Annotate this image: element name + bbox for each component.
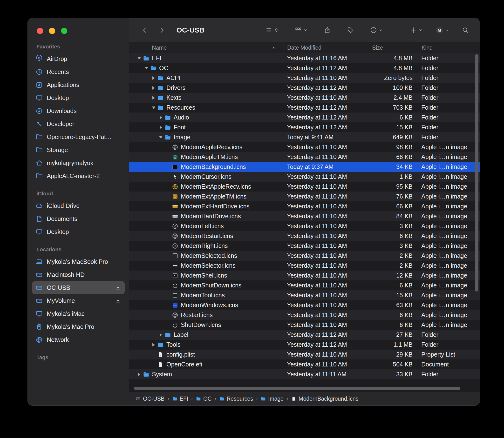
file-row-modernbackground-icns[interactable]: ModernBackground.icnsToday at 9:37 AM34 … — [129, 162, 480, 172]
sidebar-item-applications[interactable]: Applications — [32, 78, 125, 91]
disclosure-spacer — [164, 312, 172, 319]
disclosure-closed-icon[interactable] — [150, 94, 157, 101]
sidebar-item-developer[interactable]: Developer — [32, 117, 125, 130]
file-row-modernappletm-icns[interactable]: ModernAppleTM.icnsYesterday at 11:10 AM6… — [129, 152, 480, 162]
file-row-audio[interactable]: AudioYesterday at 11:12 AM6 KBFolder — [129, 112, 480, 122]
sidebar-sections: FavoritesAirDropRecentsApplicationsDeskt… — [28, 37, 129, 405]
column-header-size[interactable]: Size — [368, 42, 415, 53]
forward-button[interactable] — [159, 26, 165, 34]
sidebar-item-downloads[interactable]: Downloads — [32, 104, 125, 117]
file-row-image[interactable]: ImageToday at 9:41 AM649 KBFolder — [129, 132, 480, 142]
file-kind: Folder — [415, 124, 480, 131]
file-row-shutdown-icns[interactable]: ShutDown.icnsYesterday at 11:10 AM6 KBAp… — [129, 320, 480, 330]
sidebar-item-macintosh-hd[interactable]: Macintosh HD — [32, 268, 125, 281]
breadcrumb-item-oc[interactable]: OC — [196, 396, 212, 402]
file-name: EFI — [152, 55, 161, 62]
disclosure-closed-icon[interactable] — [157, 124, 164, 131]
file-row-resources[interactable]: ResourcesYesterday at 11:12 AM703 KBFold… — [129, 103, 480, 112]
sidebar-item-documents[interactable]: Documents — [32, 212, 125, 225]
sidebar-item-airdrop[interactable]: AirDrop — [32, 52, 125, 65]
column-header-kind[interactable]: Kind — [415, 42, 473, 53]
disclosure-closed-icon[interactable] — [136, 371, 143, 378]
sidebar-item-myvolume[interactable]: MyVolume — [32, 294, 125, 307]
disclosure-open-icon[interactable] — [136, 55, 143, 62]
file-row-restart-icns[interactable]: Restart.icnsYesterday at 11:10 AM6 KBApp… — [129, 310, 480, 320]
file-row-modernextharddrive-icns[interactable]: ModernExtHardDrive.icnsYesterday at 11:1… — [129, 201, 480, 211]
disclosure-open-icon[interactable] — [157, 134, 164, 141]
breadcrumb-item-image[interactable]: Image — [261, 396, 284, 402]
close-button[interactable] — [37, 28, 43, 34]
zoom-button[interactable] — [61, 28, 67, 34]
file-row-moderncursor-icns[interactable]: ModernCursor.icnsYesterday at 11:10 AM1 … — [129, 172, 480, 182]
sidebar-item-applealc-master-2[interactable]: AppleALC-master-2 — [32, 169, 125, 182]
eject-icon[interactable] — [115, 297, 121, 304]
file-row-oc[interactable]: OCYesterday at 11:12 AM4.8 MBFolder — [129, 63, 480, 73]
breadcrumb-item-efi[interactable]: EFI — [172, 396, 188, 402]
sidebar-item-icloud-drive[interactable]: iCloud Drive — [32, 199, 125, 212]
file-row-modernharddrive-icns[interactable]: ModernHardDrive.icnsYesterday at 11:10 A… — [129, 211, 480, 221]
back-button[interactable] — [141, 26, 148, 34]
disclosure-closed-icon[interactable] — [150, 84, 157, 92]
file-row-modernwindows-icns[interactable]: ModernWindows.icnsYesterday at 11:10 AM6… — [129, 300, 480, 310]
sidebar-item-oc-usb[interactable]: OC-USB — [32, 281, 125, 294]
disclosure-closed-icon[interactable] — [157, 331, 164, 339]
minimize-button[interactable] — [49, 28, 55, 34]
file-row-modernapplerecv-icns[interactable]: ModernAppleRecv.icnsYesterday at 11:10 A… — [129, 142, 480, 152]
file-row-font[interactable]: FontYesterday at 11:12 AM15 KBFolder — [129, 122, 480, 132]
group-by-menu[interactable] — [295, 26, 308, 34]
sidebar-item-mykola-s-imac[interactable]: Mykola’s iMac — [32, 307, 125, 320]
file-row-modernextappletm-icns[interactable]: ModernExtAppleTM.icnsYesterday at 11:10 … — [129, 192, 480, 201]
sidebar-item-mykola-s-macbook-pro[interactable]: Mykola’s MacBook Pro — [32, 255, 125, 268]
disclosure-open-icon[interactable] — [150, 104, 157, 111]
eject-icon[interactable] — [115, 285, 121, 291]
file-row-kexts[interactable]: KextsYesterday at 11:10 AM2.4 MBFolder — [129, 93, 480, 103]
account-menu[interactable]: M — [435, 26, 449, 34]
file-row-modernextapplerecv-icns[interactable]: ModernExtAppleRecv.icnsYesterday at 11:1… — [129, 182, 480, 192]
sidebar-item-storage[interactable]: Storage — [32, 143, 125, 156]
sidebar-item-recents[interactable]: Recents — [32, 65, 125, 78]
file-row-efi[interactable]: EFIYesterday at 11:16 AM4.8 MBFolder — [129, 53, 480, 63]
file-row-opencore-efi[interactable]: OpenCore.efiYesterday at 11:10 AM504 KBD… — [129, 360, 480, 369]
sidebar-item-desktop[interactable]: Desktop — [32, 91, 125, 104]
file-row-moderntool-icns[interactable]: ModernTool.icnsYesterday at 11:10 AM15 K… — [129, 290, 480, 300]
file-row-label[interactable]: LabelYesterday at 11:12 AM27 KBFolder — [129, 330, 480, 340]
file-row-system[interactable]: SystemYesterday at 11:11 AM33 KBFolder — [129, 369, 480, 379]
disclosure-spacer — [164, 143, 172, 151]
file-row-modernrestart-icns[interactable]: ModernRestart.icnsYesterday at 11:10 AM6… — [129, 231, 480, 241]
horizontal-scrollbar[interactable] — [134, 387, 460, 390]
disclosure-closed-icon[interactable] — [150, 75, 157, 82]
file-row-acpi[interactable]: ACPIYesterday at 11:10 AMZero bytesFolde… — [129, 73, 480, 83]
view-switcher[interactable] — [265, 26, 279, 34]
add-menu[interactable] — [410, 26, 423, 34]
file-size: 6 KB — [368, 282, 415, 289]
vertical-scrollbar[interactable] — [475, 54, 479, 292]
disclosure-closed-icon[interactable] — [150, 341, 157, 348]
disclosure-spacer — [164, 163, 172, 171]
breadcrumb-item-oc-usb[interactable]: OC-USB — [136, 396, 164, 402]
search-button[interactable] — [462, 26, 469, 34]
file-row-modernselector-icns[interactable]: ModernSelector.icnsYesterday at 11:10 AM… — [129, 261, 480, 271]
sidebar-item-mykola-s-mac-pro[interactable]: Mykola’s Mac Pro — [32, 320, 125, 333]
file-row-config-plist[interactable]: config.plistYesterday at 11:10 AM29 KBPr… — [129, 350, 480, 360]
file-row-modernshutdown-icns[interactable]: ModernShutDown.icnsYesterday at 11:10 AM… — [129, 280, 480, 290]
file-row-modernright-icns[interactable]: ModernRight.icnsYesterday at 11:10 AM3 K… — [129, 241, 480, 251]
sidebar-item-desktop[interactable]: Desktop — [32, 225, 125, 238]
file-row-modernselected-icns[interactable]: ModernSelected.icnsYesterday at 11:10 AM… — [129, 251, 480, 261]
file-row-modernleft-icns[interactable]: ModernLeft.icnsYesterday at 11:10 AM3 KB… — [129, 221, 480, 231]
sidebar-item-network[interactable]: Network — [32, 333, 125, 346]
sidebar-item-opencore-legacy-pat[interactable]: Opencore-Legacy-Pat… — [32, 130, 125, 143]
sidebar-item-mykolagrymalyuk[interactable]: mykolagrymalyuk — [32, 156, 125, 169]
file-row-modernshell-icns[interactable]: ModernShell.icnsYesterday at 11:10 AM12 … — [129, 271, 480, 280]
column-header-date-modified[interactable]: Date Modified — [284, 42, 368, 53]
breadcrumb-item-resources[interactable]: Resources — [219, 396, 253, 402]
breadcrumb-item-modernbackground-icns[interactable]: ModernBackground.icns — [291, 396, 358, 402]
file-name: Drivers — [166, 84, 185, 91]
share-button[interactable] — [324, 26, 331, 34]
disclosure-open-icon[interactable] — [143, 65, 150, 72]
tags-button[interactable] — [347, 26, 354, 34]
column-header-name[interactable]: Name — [129, 42, 284, 53]
file-row-drivers[interactable]: DriversYesterday at 11:12 AM100 KBFolder — [129, 83, 480, 93]
file-row-tools[interactable]: ToolsYesterday at 11:12 AM1.1 MBFolder — [129, 340, 480, 350]
more-actions-menu[interactable] — [370, 26, 383, 34]
disclosure-closed-icon[interactable] — [157, 114, 164, 121]
